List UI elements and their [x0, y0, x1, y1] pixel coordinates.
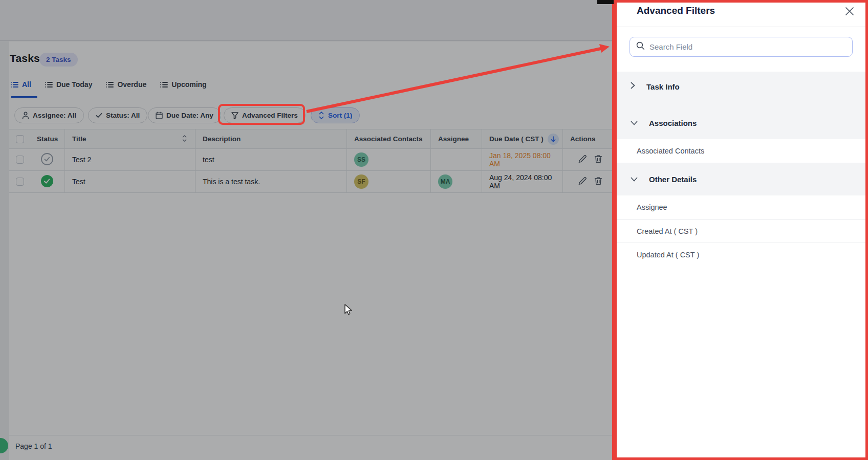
search-icon	[636, 41, 645, 52]
search-field-input[interactable]	[649, 42, 846, 51]
field-item-created-at[interactable]: Created At ( CST )	[616, 220, 866, 243]
section-associations[interactable]: Associations	[616, 111, 866, 135]
field-search-box	[630, 37, 853, 57]
section-other-details[interactable]: Other Details	[616, 167, 866, 191]
section-label: Task Info	[646, 82, 680, 91]
chevron-down-icon	[631, 174, 638, 184]
field-item-associated-contacts[interactable]: Associated Contacts	[616, 139, 866, 163]
chevron-right-icon	[631, 82, 635, 91]
item-divider	[616, 243, 866, 243]
item-divider	[616, 219, 866, 220]
field-item-updated-at[interactable]: Updated At ( CST )	[616, 243, 866, 267]
section-label: Associations	[649, 119, 697, 127]
field-item-assignee[interactable]: Assignee	[616, 195, 866, 219]
section-label: Other Details	[649, 175, 697, 184]
chevron-down-icon	[631, 118, 638, 127]
section-task-info[interactable]: Task Info	[616, 74, 866, 99]
panel-title: Advanced Filters	[637, 5, 715, 16]
panel-header-divider	[616, 27, 866, 27]
close-icon[interactable]	[841, 3, 858, 19]
